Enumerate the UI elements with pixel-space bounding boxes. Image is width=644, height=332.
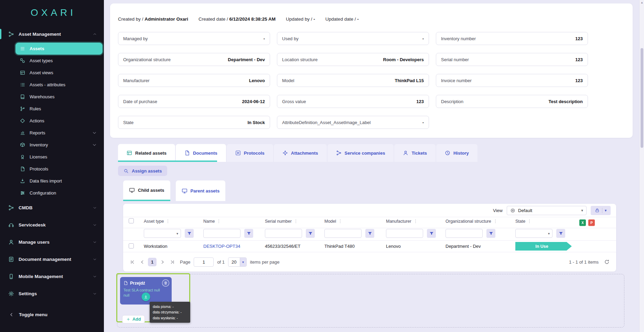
table-row[interactable]: WorkstationDESKTOP-OPT34456233/32546/ETT…: [123, 241, 616, 252]
prev-page-button[interactable]: [138, 258, 146, 266]
delete-document-button[interactable]: [162, 279, 169, 287]
field-used-by[interactable]: Used by-: [277, 32, 429, 45]
field-date-of-purchase[interactable]: Date of purchase2024-06-12: [118, 95, 270, 108]
pdf-export-icon[interactable]: P: [588, 219, 595, 226]
tab-tickets[interactable]: Tickets: [394, 144, 436, 162]
column-header-organizational-structure[interactable]: Organizational structure: [446, 219, 515, 224]
filter-state-button[interactable]: [556, 229, 565, 238]
sidebar-item-protocols[interactable]: Protocols: [0, 163, 104, 175]
sidebar-item-warehouses[interactable]: Warehouses: [0, 91, 104, 103]
subtab-child-assets[interactable]: Child assets: [123, 180, 170, 201]
chev-down-icon: [93, 240, 97, 244]
sidebar-item-mobile-management[interactable]: Mobile Management: [0, 268, 104, 285]
tab-history[interactable]: History: [436, 144, 477, 162]
refresh-button[interactable]: [602, 257, 611, 266]
column-header-state[interactable]: State: [515, 219, 611, 224]
sidebar-item-configuration[interactable]: Configuration: [0, 187, 104, 199]
tab-documents[interactable]: Documents: [176, 144, 226, 162]
download-document-button[interactable]: [142, 292, 150, 301]
filter-manufacturer-input[interactable]: [386, 229, 423, 238]
last-page-button[interactable]: [168, 258, 176, 266]
scrollbar-thumb[interactable]: [641, 48, 643, 148]
select-all-checkbox[interactable]: [129, 218, 134, 223]
filter-organizational-structure-input[interactable]: [446, 229, 483, 238]
docs-icon: [8, 256, 14, 262]
column-header-name[interactable]: Name: [203, 219, 265, 224]
page-1-button[interactable]: 1: [148, 258, 157, 266]
sidebar-item-document-management[interactable]: Document management: [0, 251, 104, 268]
filter-model-button[interactable]: [365, 229, 374, 238]
field-managed-by[interactable]: Managed by-: [118, 32, 270, 45]
dots-v-icon: [493, 219, 498, 224]
sidebar-item-asset-types[interactable]: Asset types: [0, 55, 104, 67]
sidebar-item-licenses[interactable]: Licenses: [0, 151, 104, 163]
scrollbar-up-arrow[interactable]: ▲: [640, 1, 644, 4]
lock-view-button[interactable]: ▾: [591, 206, 611, 215]
row-checkbox[interactable]: [129, 243, 134, 248]
funnel-icon: [368, 231, 372, 236]
field-invoice-number[interactable]: Invoice number123: [436, 74, 588, 87]
next-page-button[interactable]: [158, 258, 167, 266]
filter-serial-number-input[interactable]: [265, 229, 302, 238]
cell-name[interactable]: DESKTOP-OPT34: [203, 244, 265, 249]
assign-assets-button[interactable]: Assign assets: [118, 166, 167, 176]
field-serial-number[interactable]: Serial number123: [436, 53, 588, 66]
sidebar-item-cmdb[interactable]: CMDB: [0, 199, 104, 216]
field-location-structure[interactable]: Location structureRoom - Developers: [277, 53, 429, 66]
filter-asset-type-button[interactable]: [185, 229, 194, 238]
filter-name-input[interactable]: [203, 229, 240, 238]
first-page-button[interactable]: [128, 258, 136, 266]
filter-model-input[interactable]: [324, 229, 362, 238]
toggle-menu-button[interactable]: Toggle menu: [0, 306, 104, 323]
sidebar-item-asset-management[interactable]: Asset Management: [0, 25, 104, 43]
sidebar-item-asset-views[interactable]: Asset views: [0, 67, 104, 79]
sidebar-item-rules[interactable]: Rules: [0, 103, 104, 115]
sidebar-item-actions[interactable]: Actions: [0, 115, 104, 127]
subtab-parent-assets[interactable]: Parent assets: [176, 180, 226, 201]
field-inventory-number[interactable]: Inventory number123: [436, 32, 588, 45]
chev-down-icon: [93, 257, 97, 262]
field-model[interactable]: ModelThinkPad L15: [277, 74, 429, 87]
target-icon: [510, 208, 515, 213]
tab-protocols[interactable]: Protocols: [227, 144, 273, 162]
sidebar-item-inventory[interactable]: Inventory: [0, 139, 104, 151]
page-number-input[interactable]: 1: [194, 257, 214, 267]
field-manufacturer[interactable]: ManufacturerLenovo: [118, 74, 270, 87]
sidebar-item-settings[interactable]: Settings: [0, 285, 104, 302]
filter-manufacturer-button[interactable]: [427, 229, 436, 238]
tab-service-companies[interactable]: Service companies: [328, 144, 394, 162]
sidebar-item-manage-users[interactable]: Manage users: [0, 233, 104, 251]
scrollbar[interactable]: ▲: [639, 0, 644, 332]
column-header-manufacturer[interactable]: Manufacturer: [386, 219, 446, 224]
excel-export-icon[interactable]: X: [579, 219, 586, 226]
sidebar-item-data-files-import[interactable]: Data files import: [0, 175, 104, 187]
sidebar-item-assets[interactable]: Assets: [15, 43, 103, 55]
column-header-asset-type[interactable]: Asset type: [144, 219, 203, 224]
sidebar-item-reports[interactable]: Reports: [0, 127, 104, 139]
list-icon: [20, 46, 25, 51]
filter-serial-number-button[interactable]: [306, 229, 315, 238]
sidebar-item-assets-attributes[interactable]: Assets - attributes: [0, 79, 104, 91]
field-organizational-structure[interactable]: Organizational structureDepartment - Dev: [118, 53, 270, 66]
field-gross-value[interactable]: Gross value123: [277, 95, 429, 108]
page-size-select[interactable]: 20▾: [228, 257, 246, 267]
document-card[interactable]: Przejdź Test SLA contract null null: [120, 277, 172, 305]
filter-name-button[interactable]: [244, 229, 253, 238]
column-header-serial-number[interactable]: Serial number: [265, 219, 324, 224]
filter-state-input[interactable]: ▾: [515, 229, 552, 238]
field-description[interactable]: DescriptionTest description: [436, 95, 588, 108]
filter-asset-type-input[interactable]: ▾: [144, 229, 181, 238]
sidebar-item-servicedesk[interactable]: Servicedesk: [0, 216, 104, 233]
view-select[interactable]: Default ▾: [507, 206, 587, 215]
column-header-model[interactable]: Model: [324, 219, 386, 224]
filter-organizational-structure-button[interactable]: [486, 229, 495, 238]
tab-related-assets[interactable]: Related assets: [118, 144, 175, 162]
add-document-button[interactable]: Add: [122, 315, 145, 323]
field-state[interactable]: StateIn Stock: [118, 116, 270, 129]
pagination-bar: 1 Page 1 of 1 20▾ items per page 1 - 1 o…: [123, 252, 616, 272]
field-attributedefinition-asset-assetimage-label[interactable]: AttributeDefinition_Asset_AssetImage_Lab…: [277, 116, 429, 129]
document-go-label[interactable]: Przejdź: [130, 281, 145, 286]
tab-attachments[interactable]: Attachments: [274, 144, 327, 162]
document-tooltip: data pisma: -data otrzymania: -data wysł…: [150, 302, 190, 323]
view-label: View: [493, 208, 503, 213]
